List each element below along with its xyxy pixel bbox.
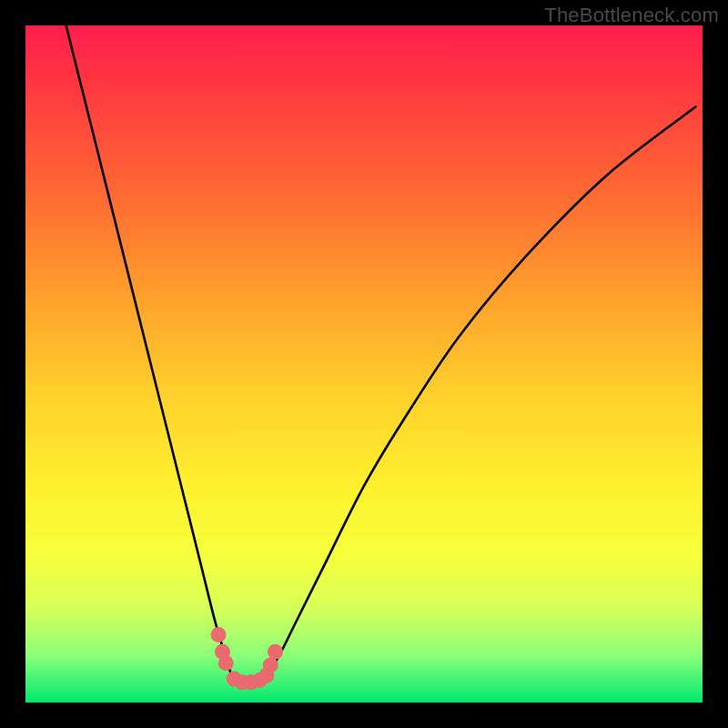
- trough-marker-group: [211, 627, 283, 690]
- bottleneck-curve: [66, 25, 696, 687]
- trough-marker: [268, 644, 283, 660]
- watermark-text: TheBottleneck.com: [544, 4, 719, 27]
- plot-area: [25, 25, 703, 703]
- trough-marker: [258, 668, 274, 683]
- chart-svg: [25, 25, 703, 703]
- trough-marker: [218, 655, 234, 671]
- trough-marker: [211, 627, 227, 642]
